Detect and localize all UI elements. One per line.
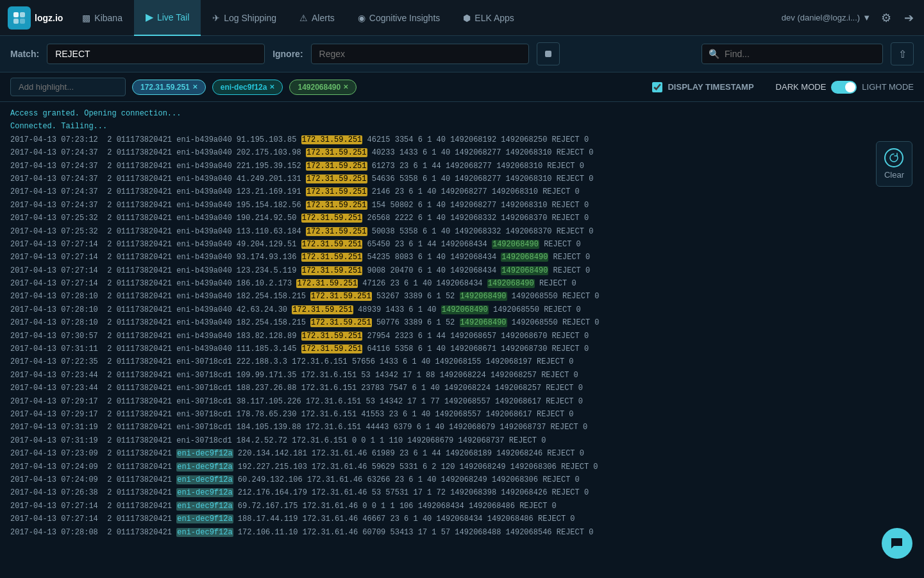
highlight-tag-id[interactable]: 1492068490 ✕ xyxy=(289,80,357,95)
clear-button[interactable]: Clear xyxy=(876,141,912,187)
log-line: 2017-04-13 07:24:37 2 011173820421 eni-b… xyxy=(10,173,914,185)
log-line: 2017-04-13 07:23:09 2 011173820421 eni-d… xyxy=(10,447,914,460)
stop-icon xyxy=(544,49,553,58)
log-line: 2017-04-13 07:24:37 2 011173820421 eni-b… xyxy=(10,185,914,198)
log-line: 2017-04-13 07:23:44 2 011173820421 eni-3… xyxy=(10,382,914,395)
svg-rect-1 xyxy=(20,12,25,17)
match-input[interactable] xyxy=(47,44,265,64)
log-line: 2017-04-13 07:27:14 2 011173820421 eni-b… xyxy=(10,277,914,290)
log-line: 2017-04-13 07:31:11 2 011173820421 eni-b… xyxy=(10,343,914,355)
nav-item-log-shipping[interactable]: ✈ Log Shipping xyxy=(201,0,288,36)
chat-button[interactable] xyxy=(882,528,912,559)
nav-item-cognitive-insights[interactable]: ◉ Cognitive Insights xyxy=(346,0,452,36)
nav-item-live-tail[interactable]: ▶ Live Tail xyxy=(134,0,201,36)
tag-label: 172.31.59.251 xyxy=(140,83,190,92)
log-line: 2017-04-13 07:24:37 2 011173820421 eni-b… xyxy=(10,199,914,212)
display-timestamp-label: DISPLAY TIMESTAMP xyxy=(668,82,753,92)
user-menu[interactable]: dev (daniel@logz.i...) ▼ xyxy=(782,13,871,22)
logo-box xyxy=(8,6,31,30)
clear-label: Clear xyxy=(884,170,904,180)
log-line: 2017-04-13 07:24:09 2 011173820421 eni-d… xyxy=(10,473,914,486)
nav-label: Cognitive Insights xyxy=(369,13,441,23)
live-tail-icon: ▶ xyxy=(146,11,153,23)
svg-rect-0 xyxy=(13,12,19,17)
nav-label: ELK Apps xyxy=(475,13,514,23)
alerts-icon: ⚠ xyxy=(299,13,308,23)
tag-label: 1492068490 xyxy=(298,83,340,92)
find-area: 🔍 xyxy=(701,44,883,64)
display-timestamp-checkbox[interactable] xyxy=(652,82,662,92)
log-line: 2017-04-13 07:28:10 2 011173820421 eni-b… xyxy=(10,303,914,316)
log-line: 2017-04-13 07:24:09 2 011173820421 eni-d… xyxy=(10,461,914,473)
tag-remove-icon[interactable]: ✕ xyxy=(192,83,197,90)
status-line-2: Connected. Tailing... xyxy=(10,120,914,133)
log-line: 2017-04-13 07:24:37 2 011173820421 eni-b… xyxy=(10,146,914,159)
chevron-down-icon: ▼ xyxy=(862,13,871,22)
nav-label: Live Tail xyxy=(157,12,189,22)
toggle-knob xyxy=(845,82,855,92)
status-line-1: Access granted. Opening connection... xyxy=(10,107,914,120)
tag-remove-icon[interactable]: ✕ xyxy=(343,83,348,90)
log-line: 2017-04-13 07:27:14 2 011173820421 eni-b… xyxy=(10,238,914,251)
log-line: 2017-04-13 07:28:10 2 011173820421 eni-b… xyxy=(10,316,914,329)
nav-item-alerts[interactable]: ⚠ Alerts xyxy=(288,0,346,36)
highlight-bar: 172.31.59.251 ✕ eni-dec9f12a ✕ 149206849… xyxy=(0,72,924,102)
nav-right: dev (daniel@logz.i...) ▼ ⚙ ➔ xyxy=(782,8,916,28)
log-line: 2017-04-13 07:30:57 2 011173820421 eni-b… xyxy=(10,330,914,343)
log-line: 2017-04-13 07:27:14 2 011173820421 eni-d… xyxy=(10,513,914,525)
log-line: 2017-04-13 07:29:17 2 011173820421 eni-3… xyxy=(10,408,914,421)
log-line: 2017-04-13 07:31:19 2 011173820421 eni-3… xyxy=(10,434,914,447)
user-label: dev (daniel@logz.i...) xyxy=(782,13,860,22)
stop-button[interactable] xyxy=(537,42,560,65)
log-line: 2017-04-13 07:29:17 2 011173820421 eni-3… xyxy=(10,395,914,408)
settings-button[interactable]: ⚙ xyxy=(878,8,894,28)
svg-rect-3 xyxy=(20,19,25,24)
elk-icon: ⬢ xyxy=(463,13,471,23)
log-line: 2017-04-13 07:26:38 2 011173820421 eni-d… xyxy=(10,486,914,499)
match-label: Match: xyxy=(10,49,39,59)
mode-toggle: DARK MODE LIGHT MODE xyxy=(776,81,914,94)
refresh-icon xyxy=(889,153,899,163)
clear-circle-icon xyxy=(884,148,903,167)
shipping-icon: ✈ xyxy=(212,13,220,23)
tag-label: eni-dec9f12a xyxy=(221,83,267,92)
nav-items: ▩ Kibana ▶ Live Tail ✈ Log Shipping ⚠ Al… xyxy=(71,0,781,36)
svg-rect-4 xyxy=(545,51,551,57)
bar-chart-icon: ▩ xyxy=(82,13,90,23)
nav-label: Kibana xyxy=(94,13,122,23)
nav-label: Alerts xyxy=(312,13,335,23)
log-line: 2017-04-13 07:31:19 2 011173820421 eni-3… xyxy=(10,421,914,434)
light-mode-label: LIGHT MODE xyxy=(862,82,914,92)
logo-area: logz.io xyxy=(8,6,63,30)
log-line: 2017-04-13 07:28:10 2 011173820421 eni-b… xyxy=(10,290,914,303)
highlight-tag-ip[interactable]: 172.31.59.251 ✕ xyxy=(132,80,206,95)
tag-remove-icon[interactable]: ✕ xyxy=(269,83,274,90)
svg-rect-2 xyxy=(13,19,19,24)
top-navigation: logz.io ▩ Kibana ▶ Live Tail ✈ Log Shipp… xyxy=(0,0,924,36)
logout-button[interactable]: ➔ xyxy=(902,8,916,28)
scroll-top-button[interactable]: ⇧ xyxy=(891,42,914,65)
log-line: 2017-04-13 07:25:32 2 011173820421 eni-b… xyxy=(10,212,914,225)
regex-input[interactable] xyxy=(311,44,529,64)
log-line: 2017-04-13 07:25:32 2 011173820421 eni-b… xyxy=(10,225,914,238)
nav-item-kibana[interactable]: ▩ Kibana xyxy=(71,0,134,36)
log-line: 2017-04-13 07:24:37 2 011173820421 eni-b… xyxy=(10,160,914,173)
log-line: 2017-04-13 07:23:44 2 011173820421 eni-3… xyxy=(10,369,914,382)
logo-text: logz.io xyxy=(35,13,63,23)
nav-item-elk-apps[interactable]: ⬢ ELK Apps xyxy=(451,0,526,36)
highlight-tag-eni[interactable]: eni-dec9f12a ✕ xyxy=(212,80,283,95)
find-input[interactable] xyxy=(722,44,876,64)
dark-light-toggle[interactable] xyxy=(831,81,857,94)
dark-mode-label: DARK MODE xyxy=(776,82,827,92)
log-line: 2017-04-13 07:27:14 2 011173820421 eni-b… xyxy=(10,251,914,264)
log-line: 2017-04-13 07:27:14 2 011173820421 eni-b… xyxy=(10,264,914,277)
nav-label: Log Shipping xyxy=(224,13,276,23)
log-line: 2017-04-13 07:27:14 2 011173820421 eni-d… xyxy=(10,500,914,513)
display-timestamp-area: DISPLAY TIMESTAMP xyxy=(652,82,753,92)
match-ignore-bar: Match: Ignore: 🔍 ⇧ xyxy=(0,36,924,72)
ignore-label: Ignore: xyxy=(273,49,303,59)
insights-icon: ◉ xyxy=(358,13,365,23)
search-icon: 🔍 xyxy=(709,49,719,59)
add-highlight-input[interactable] xyxy=(10,78,126,96)
log-line: 2017-04-13 07:28:08 2 011173820421 eni-d… xyxy=(10,526,914,539)
